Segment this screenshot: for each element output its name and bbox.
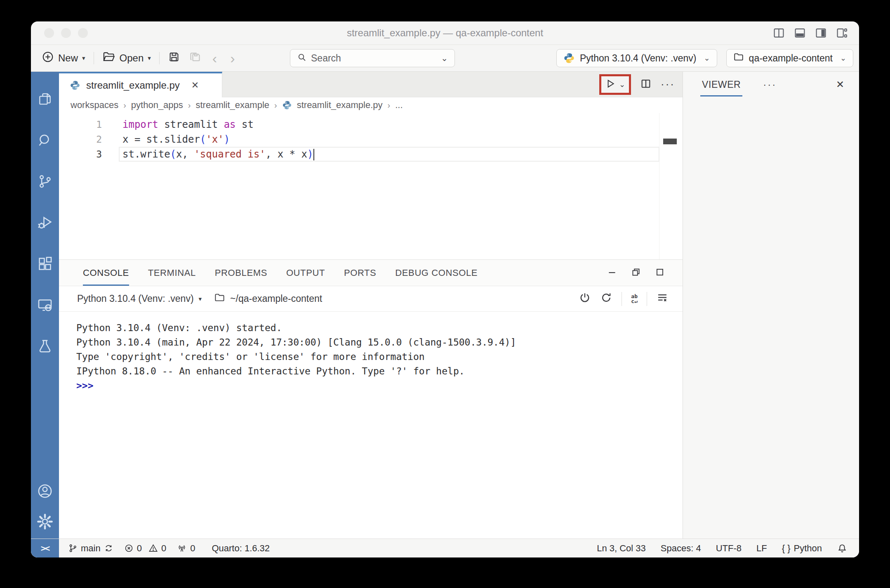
editor-group: streamlit_example.py ✕ ⌄ ···: [59, 72, 683, 539]
breadcrumb-separator: ›: [274, 101, 277, 110]
console-output[interactable]: Python 3.10.4 (Venv: .venv) started.Pyth…: [59, 312, 683, 539]
cursor-position-indicator[interactable]: Ln 3, Col 33: [597, 543, 646, 554]
sync-icon: [104, 543, 113, 553]
viewer-more-actions-icon[interactable]: ···: [763, 79, 777, 90]
tab-close-icon[interactable]: ✕: [191, 80, 199, 91]
language-mode-indicator[interactable]: { } Python: [782, 543, 822, 554]
errors-count: 0: [137, 543, 142, 554]
open-button[interactable]: Open ▾: [102, 51, 151, 65]
viewer-panel: VIEWER ··· ✕: [683, 72, 859, 539]
interpreter-selector[interactable]: Python 3.10.4 (Venv: .venv) ⌄: [556, 49, 717, 67]
panel-tab-debug-console[interactable]: DEBUG CONSOLE: [395, 260, 478, 286]
zoom-window-button[interactable]: [78, 28, 88, 38]
forwarded-ports-indicator[interactable]: 0: [177, 543, 195, 554]
new-button[interactable]: New ▾: [42, 51, 85, 66]
console-interpreter-dropdown-icon: ▾: [199, 295, 202, 303]
git-branch-icon: [68, 543, 78, 553]
clear-console-icon[interactable]: [656, 292, 669, 306]
viewer-tab[interactable]: VIEWER: [700, 73, 742, 96]
console-toolbar-divider: [622, 292, 622, 306]
code-text: st.write(x, 'squared is', x * x): [122, 148, 314, 160]
indentation-indicator[interactable]: Spaces: 4: [661, 543, 701, 554]
extensions-icon[interactable]: [31, 243, 59, 285]
code-line[interactable]: 3st.write(x, 'squared is', x * x): [59, 147, 683, 162]
project-dropdown-icon: ⌄: [840, 54, 846, 63]
warnings-icon: [148, 543, 158, 553]
breadcrumb-item[interactable]: python_apps: [131, 100, 183, 111]
save-icon[interactable]: [168, 51, 180, 66]
viewer-close-icon[interactable]: ✕: [836, 79, 844, 90]
breadcrumb-item[interactable]: streamlit_example: [196, 100, 270, 111]
interpreter-label: Python 3.10.4 (Venv: .venv): [580, 53, 697, 64]
search-input[interactable]: Search ⌄: [290, 49, 455, 67]
console-output-line: IPython 8.18.0 -- An enhanced Interactiv…: [76, 364, 674, 379]
tab-label: streamlit_example.py: [86, 80, 180, 91]
run-file-annotation-box: ⌄: [599, 74, 631, 95]
navigate-forward-icon[interactable]: ›: [228, 51, 237, 65]
broadcast-icon: [177, 543, 187, 553]
search-dropdown-icon[interactable]: ⌄: [441, 53, 448, 63]
eol-indicator[interactable]: LF: [756, 543, 767, 554]
search-sidebar-icon[interactable]: [31, 120, 59, 161]
remote-sessions-icon[interactable]: [31, 285, 59, 326]
toggle-panel-icon[interactable]: [794, 28, 805, 38]
code-text: x = st.slider('x'): [122, 134, 230, 145]
maximize-panel-icon[interactable]: [655, 267, 665, 279]
python-file-icon: [70, 80, 80, 91]
restart-console-icon[interactable]: [600, 292, 612, 306]
run-and-debug-icon[interactable]: [31, 202, 59, 243]
source-control-icon[interactable]: [31, 161, 59, 202]
project-selector[interactable]: qa-example-content ⌄: [726, 49, 853, 67]
console-interpreter-label: Python 3.10.4 (Venv: .venv): [77, 293, 194, 304]
git-branch-indicator[interactable]: main: [68, 543, 113, 554]
panel-tab-terminal[interactable]: TERMINAL: [148, 260, 196, 286]
remote-indicator[interactable]: ><: [31, 539, 59, 557]
panel-tab-ports[interactable]: PORTS: [344, 260, 376, 286]
traffic-lights: [44, 28, 88, 38]
settings-gear-icon[interactable]: [36, 513, 54, 532]
breadcrumb-separator: ›: [123, 101, 126, 110]
working-directory-path: ~/qa-example-content: [230, 293, 322, 304]
word-wrap-icon[interactable]: ab c↵: [631, 294, 638, 304]
breadcrumb-item[interactable]: ...: [395, 100, 403, 111]
console-prompt: >>>: [76, 379, 674, 393]
code-text: import streamlit as st: [122, 119, 254, 130]
problems-indicator[interactable]: 0 0: [124, 543, 167, 554]
minimize-window-button[interactable]: [61, 28, 71, 38]
panel-tab-problems[interactable]: PROBLEMS: [215, 260, 267, 286]
breadcrumb-item[interactable]: streamlit_example.py: [297, 100, 383, 111]
panel-tab-console[interactable]: CONSOLE: [83, 260, 129, 286]
breadcrumb-item[interactable]: workspaces: [71, 100, 118, 111]
search-placeholder: Search: [311, 53, 341, 64]
code-line[interactable]: 2x = st.slider('x'): [59, 132, 683, 147]
account-icon[interactable]: [36, 482, 54, 501]
explorer-icon[interactable]: [31, 78, 59, 120]
tab-streamlit-example[interactable]: streamlit_example.py ✕: [59, 72, 222, 97]
breadcrumb-separator: ›: [188, 101, 191, 110]
panel-tab-output[interactable]: OUTPUT: [286, 260, 325, 286]
code-editor[interactable]: 1import streamlit as st2x = st.slider('x…: [59, 113, 683, 259]
code-line[interactable]: 1import streamlit as st: [59, 117, 683, 132]
testing-icon[interactable]: [31, 326, 59, 367]
python-logo-icon: [563, 52, 575, 64]
customize-layout-icon[interactable]: [836, 28, 848, 38]
editor-more-actions-icon[interactable]: ···: [661, 78, 675, 91]
encoding-indicator[interactable]: UTF-8: [716, 543, 742, 554]
split-editor-icon[interactable]: [640, 78, 652, 91]
ports-count: 0: [190, 543, 195, 554]
run-file-play-icon[interactable]: [605, 78, 616, 91]
quarto-indicator[interactable]: Quarto: 1.6.32: [212, 543, 270, 554]
console-output-line: Python 3.10.4 (main, Apr 22 2024, 17:30:…: [76, 335, 674, 350]
notifications-bell-icon[interactable]: [837, 543, 848, 554]
close-window-button[interactable]: [44, 28, 54, 38]
toggle-secondary-sidebar-icon[interactable]: [815, 28, 826, 38]
run-dropdown-icon[interactable]: ⌄: [619, 80, 625, 89]
minimize-panel-icon[interactable]: [607, 267, 617, 279]
shutdown-console-icon[interactable]: [579, 292, 591, 306]
console-interpreter-selector[interactable]: Python 3.10.4 (Venv: .venv) ▾: [77, 293, 202, 304]
save-all-icon[interactable]: [188, 51, 202, 66]
toggle-primary-sidebar-icon[interactable]: [773, 28, 784, 38]
search-icon: [297, 52, 307, 64]
navigate-back-icon[interactable]: ‹: [210, 51, 219, 65]
restore-panel-icon[interactable]: [631, 267, 641, 279]
